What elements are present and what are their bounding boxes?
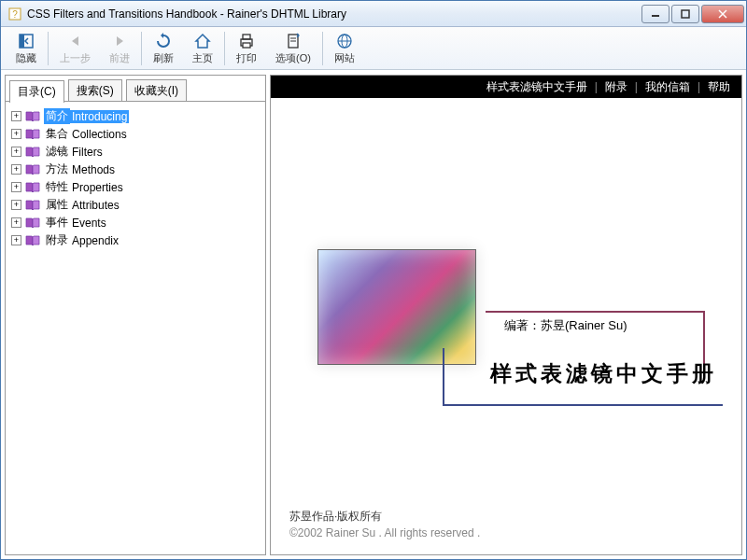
forward-arrow-icon [110,32,129,50]
app-icon: ? [7,7,22,21]
tree-label-en[interactable]: Methods [70,163,117,176]
content-pane: 样式表滤镜中文手册 | 附录 | 我的信箱 | 帮助 编著：苏昱(Rainer … [270,75,742,555]
tab-favorites[interactable]: 收藏夹(I) [126,79,187,102]
svg-rect-10 [243,43,250,48]
home-button[interactable]: 主页 [183,30,222,67]
tool-label: 打印 [236,51,257,65]
print-button[interactable]: 打印 [227,30,266,67]
tree-item[interactable]: +方法 Methods [11,161,260,178]
book-icon [25,129,40,140]
footer-cn: 苏昱作品·版权所有 [289,508,480,525]
website-button[interactable]: 网站 [325,30,364,67]
page-title: 样式表滤镜中文手册 [490,359,717,388]
book-icon [25,182,40,193]
options-icon [284,32,303,50]
titlebar: ? CSS Filters and Transitions Handbook -… [1,1,746,27]
tree-label-cn[interactable]: 滤镜 [44,144,70,160]
forward-button[interactable]: 前进 [100,30,139,67]
expand-icon[interactable]: + [11,182,21,192]
expand-icon[interactable]: + [11,200,21,210]
options-button[interactable]: 选项(O) [266,30,320,67]
tree-label-en[interactable]: Filters [70,146,105,159]
tool-label: 隐藏 [16,51,36,65]
toc-tree[interactable]: +简介 Introducing+集合 Collections+滤镜 Filter… [6,101,265,554]
refresh-icon [154,32,173,50]
refresh-button[interactable]: 刷新 [144,30,183,67]
main-area: 编著：苏昱(Rainer Su) 样式表滤镜中文手册 苏昱作品·版权所有 ©20… [271,98,741,554]
tab-search[interactable]: 搜索(S) [68,79,122,102]
toolbar-separator [141,32,142,65]
nav-separator: | [698,80,700,93]
nav-manual[interactable]: 样式表滤镜中文手册 [486,79,587,95]
globe-icon [335,32,354,50]
toolbar-separator [224,32,225,65]
tree-item[interactable]: +滤镜 Filters [11,143,260,161]
footer-en: ©2002 Rainer Su . All rights reserved . [289,525,480,541]
expand-icon[interactable]: + [11,217,21,228]
expand-icon[interactable]: + [11,164,21,175]
tree-item[interactable]: +事件 Events [11,214,260,231]
tree-label-en[interactable]: Introducing [70,110,129,123]
svg-text:?: ? [12,9,18,20]
close-button[interactable] [701,5,744,23]
book-icon [25,200,40,211]
svg-rect-9 [243,35,250,39]
tree-label-cn[interactable]: 特性 [44,179,70,195]
expand-icon[interactable]: + [11,111,21,121]
tree-label-cn[interactable]: 集合 [44,126,70,142]
window-title: CSS Filters and Transitions Handbook - R… [27,7,640,21]
tree-label-cn[interactable]: 属性 [44,197,70,213]
toolbar-separator [322,32,323,65]
tree-label-en[interactable]: Collections [70,128,129,141]
tree-item[interactable]: +简介 Introducing [11,107,260,125]
hide-icon [17,32,35,50]
toolbar: 隐藏 上一步 前进 刷新 主页 打印 选项(O) [1,27,746,70]
tree-item[interactable]: +属性 Attributes [11,196,260,214]
back-arrow-icon [66,32,85,50]
back-button[interactable]: 上一步 [50,30,100,67]
svg-rect-3 [682,10,689,18]
tool-label: 刷新 [153,51,174,65]
book-icon [25,164,40,175]
expand-icon[interactable]: + [11,235,21,245]
book-icon [25,235,40,246]
tab-toc[interactable]: 目录(C) [9,80,64,103]
tree-label-en[interactable]: Attributes [70,199,121,212]
tree-label-cn[interactable]: 简介 [44,108,70,124]
nav-mailbox[interactable]: 我的信箱 [645,79,690,95]
tree-item[interactable]: +特性 Properties [11,178,260,196]
print-icon [237,32,256,50]
tree-label-en[interactable]: Events [70,217,108,230]
tree-label-en[interactable]: Properties [70,181,125,194]
maximize-button[interactable] [671,5,699,23]
side-tabs: 目录(C) 搜索(S) 收藏夹(I) [6,76,265,102]
expand-icon[interactable]: + [11,147,21,157]
tree-item[interactable]: +附录 Appendix [11,231,260,249]
tree-label-cn[interactable]: 事件 [44,215,70,231]
book-icon [25,147,40,158]
tool-label: 网站 [334,51,355,65]
svg-rect-7 [20,35,24,48]
tool-label: 上一步 [60,51,91,65]
toolbar-separator [48,32,49,65]
expand-icon[interactable]: + [11,129,21,139]
book-icon [25,217,40,229]
hide-button[interactable]: 隐藏 [7,30,46,67]
author-label: 编著：苏昱(Rainer Su) [504,317,627,334]
side-panel: 目录(C) 搜索(S) 收藏夹(I) +简介 Introducing+集合 Co… [5,75,266,555]
tool-label: 前进 [109,51,130,65]
home-icon [193,32,212,50]
tool-label: 选项(O) [275,51,311,65]
nav-help[interactable]: 帮助 [708,79,730,95]
nav-separator: | [635,80,638,93]
tree-label-en[interactable]: Appendix [70,234,120,247]
tree-label-cn[interactable]: 方法 [44,161,70,177]
content-topnav: 样式表滤镜中文手册 | 附录 | 我的信箱 | 帮助 [271,76,741,98]
tree-item[interactable]: +集合 Collections [11,125,260,143]
tool-label: 主页 [192,51,213,65]
book-icon [25,111,40,122]
nav-appendix[interactable]: 附录 [605,79,627,95]
tree-label-cn[interactable]: 附录 [44,232,70,248]
minimize-button[interactable] [641,5,669,23]
nav-separator: | [595,80,598,93]
